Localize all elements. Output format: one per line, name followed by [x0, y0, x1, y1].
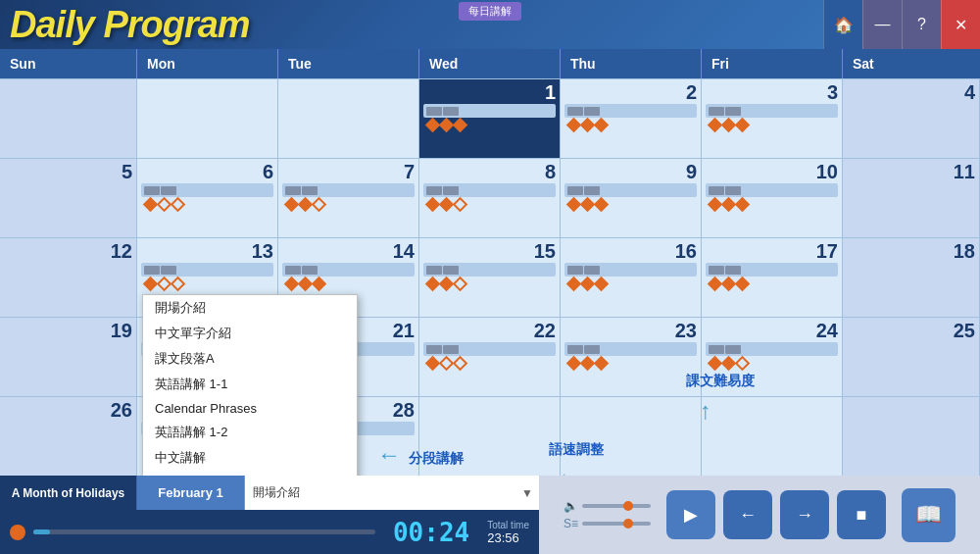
- bottom-bar: A Month of Holidays February 1 開場介紹 ▼ 00…: [0, 476, 980, 554]
- difficulty-diamonds: [141, 197, 273, 212]
- volume-track[interactable]: [582, 504, 651, 508]
- day-number: 9: [564, 161, 697, 182]
- lesson-tape: [564, 263, 697, 277]
- header: Daily Program 每日講解 🏠 — ? ✕: [0, 0, 980, 49]
- close-button[interactable]: ✕: [941, 0, 980, 49]
- day-cell-23[interactable]: 23: [561, 318, 702, 396]
- day-cell-10[interactable]: 10: [702, 159, 843, 237]
- home-button[interactable]: 🏠: [823, 0, 862, 49]
- day-cell-15[interactable]: 15: [419, 238, 561, 317]
- day-cell-7[interactable]: 7: [278, 159, 419, 237]
- day-number: 11: [847, 161, 975, 182]
- dropdown-item[interactable]: Calendar Phrases: [143, 397, 357, 420]
- dropdown-item[interactable]: 開場介紹: [143, 295, 357, 321]
- dropdown-item[interactable]: 英語講解 1-1: [143, 372, 357, 397]
- day-cell-9[interactable]: 9: [561, 159, 702, 237]
- progress-fill: [33, 529, 50, 534]
- difficulty-diamonds: [564, 356, 697, 371]
- day-cell-empty: [419, 397, 561, 476]
- lesson-tape: [423, 183, 556, 197]
- speed-track[interactable]: [582, 522, 651, 526]
- dropdown-item[interactable]: 中文講解: [143, 445, 357, 471]
- speed-icon: S≡: [564, 517, 578, 530]
- day-cell-22[interactable]: 22: [419, 318, 561, 396]
- play-button[interactable]: ▶: [666, 490, 715, 539]
- header-mon: Mon: [137, 49, 278, 78]
- lesson-select-wrapper[interactable]: 開場介紹 ▼: [245, 476, 539, 510]
- dropdown-item[interactable]: 課文段落A: [143, 346, 357, 372]
- day-cell-24[interactable]: 24: [702, 318, 843, 396]
- day-cell-19[interactable]: 19: [0, 318, 137, 396]
- day-cell-16[interactable]: 16: [561, 238, 702, 317]
- calendar: Sun Mon Tue Wed Thu Fri Sat 1: [0, 49, 980, 476]
- day-cell-12[interactable]: 12: [0, 238, 137, 317]
- volume-icon: 🔈: [564, 499, 578, 513]
- app-window: Daily Program 每日講解 🏠 — ? ✕ Sun Mon Tue W…: [0, 0, 980, 554]
- book-button[interactable]: 📖: [902, 488, 956, 542]
- day-cell-26[interactable]: 26: [0, 397, 137, 476]
- day-cell-empty: [561, 397, 702, 476]
- difficulty-diamonds: [423, 277, 556, 291]
- volume-speed-controls: 🔈 S≡: [564, 499, 651, 530]
- day-cell-25[interactable]: 25: [843, 318, 980, 396]
- day-cell-empty: [843, 397, 980, 476]
- day-number: 22: [423, 320, 556, 341]
- day-number: 24: [706, 320, 838, 341]
- yusu-arrow-icon: ↓: [559, 466, 570, 476]
- lesson-dropdown[interactable]: 開場介紹 中文單字介紹 課文段落A 英語講解 1-1 Calendar Phra…: [142, 294, 358, 476]
- lesson-tape: [423, 342, 556, 356]
- day-cell-3[interactable]: 3: [702, 79, 843, 158]
- day-number: 15: [423, 240, 556, 262]
- dropdown-item[interactable]: 英語講解 1-2: [143, 420, 357, 445]
- difficulty-diamonds: [282, 197, 415, 212]
- header-thu: Thu: [561, 49, 702, 78]
- header-sat: Sat: [843, 49, 980, 78]
- day-cell-8[interactable]: 8: [419, 159, 561, 237]
- day-number: 5: [4, 161, 132, 182]
- day-cell-6[interactable]: 6: [137, 159, 278, 237]
- progress-row: 00:24 Total time 23:56: [0, 510, 539, 554]
- day-cell-11[interactable]: 11: [843, 159, 980, 237]
- kewen-arrow-icon: ↑: [700, 397, 711, 425]
- difficulty-diamonds: [706, 356, 838, 371]
- day-number: 2: [564, 81, 697, 103]
- back-button[interactable]: ←: [723, 490, 772, 539]
- day-cell[interactable]: [278, 79, 419, 158]
- difficulty-diamonds: [564, 118, 697, 132]
- day-cell-1[interactable]: 1: [419, 79, 561, 158]
- difficulty-diamonds: [423, 197, 556, 212]
- header-wed: Wed: [419, 49, 561, 78]
- minimize-button[interactable]: —: [862, 0, 902, 49]
- day-cell[interactable]: [137, 79, 278, 158]
- day-cell-18[interactable]: 18: [843, 238, 980, 317]
- day-number: 12: [4, 240, 132, 262]
- help-button[interactable]: ?: [902, 0, 941, 49]
- speed-handle[interactable]: [623, 519, 633, 529]
- dropdown-item[interactable]: 英語講解 1-3: [143, 471, 357, 476]
- lesson-tape: [564, 342, 697, 356]
- day-cell-5[interactable]: 5: [0, 159, 137, 237]
- difficulty-diamonds: [564, 197, 697, 212]
- day-number: 26: [4, 399, 132, 421]
- lesson-tape: [564, 183, 697, 197]
- progress-handle[interactable]: [10, 525, 25, 540]
- volume-row: 🔈: [564, 499, 651, 513]
- date-row: A Month of Holidays February 1 開場介紹 ▼: [0, 476, 539, 510]
- day-cell-17[interactable]: 17: [702, 238, 843, 317]
- forward-button[interactable]: →: [780, 490, 829, 539]
- day-number: 7: [282, 161, 415, 182]
- total-time-block: Total time 23:56: [487, 520, 529, 545]
- app-title: Daily Program: [10, 4, 250, 46]
- stop-button[interactable]: ■: [837, 490, 886, 539]
- lesson-tape: [141, 263, 273, 277]
- day-number: 14: [282, 240, 415, 262]
- volume-handle[interactable]: [623, 501, 633, 511]
- dropdown-item[interactable]: 中文單字介紹: [143, 321, 357, 346]
- lesson-tape: [423, 104, 556, 118]
- bottom-left: A Month of Holidays February 1 開場介紹 ▼ 00…: [0, 476, 539, 554]
- day-cell-4[interactable]: 4: [843, 79, 980, 158]
- progress-track[interactable]: [33, 529, 375, 534]
- day-cell[interactable]: [0, 79, 137, 158]
- day-cell-2[interactable]: 2: [561, 79, 702, 158]
- header-sun: Sun: [0, 49, 137, 78]
